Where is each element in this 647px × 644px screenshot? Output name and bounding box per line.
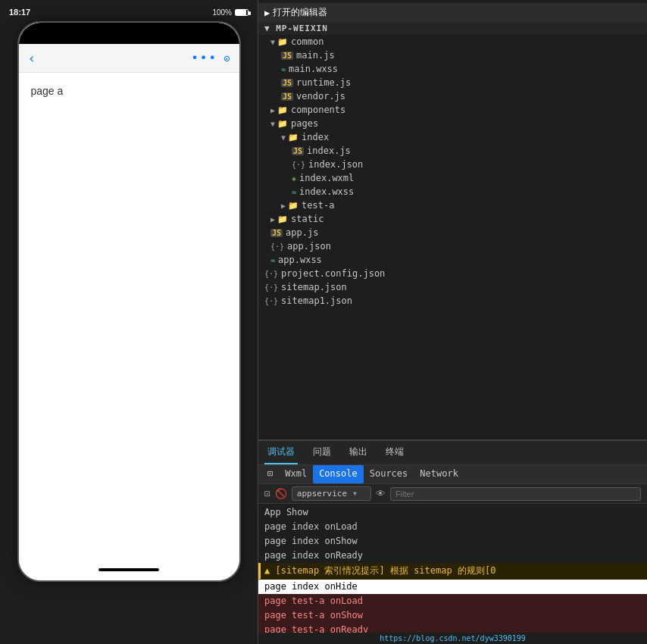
json-icon: {·} xyxy=(270,242,284,251)
console-line[interactable]: page index onShow xyxy=(258,534,647,549)
tree-item-mainjs[interactable]: JS main.js xyxy=(258,48,647,62)
tab-debugger[interactable]: 调试器 xyxy=(264,441,298,464)
tab-wxml[interactable]: Wxml xyxy=(279,465,313,483)
tab-console[interactable]: Console xyxy=(313,465,364,483)
tab-sources[interactable]: Sources xyxy=(364,465,414,483)
tree-item-sitemap[interactable]: {·} sitemap.json xyxy=(258,280,647,294)
chevron-icon: ▶ xyxy=(281,202,286,210)
file-tree: ▶ 打开的编辑器 ▼ MP-WEIXIN ▼ 📁 common JS main.… xyxy=(258,0,647,439)
tree-item-label: sitemap1.json xyxy=(281,295,352,306)
folder-icon: 📁 xyxy=(277,105,288,115)
tree-item-label: index.js xyxy=(307,145,351,156)
devtools-panel: 调试器 问题 输出 终端 ⊡ Wxml Console So xyxy=(258,439,647,644)
tree-item-vendorjs[interactable]: JS vendor.js xyxy=(258,89,647,103)
console-line[interactable]: page test-a onShow xyxy=(258,608,647,623)
tree-item-label: test-a xyxy=(302,200,334,211)
tab-terminal[interactable]: 终端 xyxy=(383,441,407,464)
console-line[interactable]: page test-a onReady xyxy=(258,623,647,633)
tree-item-pages[interactable]: ▼ 📁 pages xyxy=(258,117,647,130)
tree-item-label: pages xyxy=(291,118,318,129)
tab-problems[interactable]: 问题 xyxy=(310,441,334,464)
console-output: App Show page index onLoad page index on… xyxy=(258,504,647,633)
tree-item-label: vendor.js xyxy=(296,91,345,102)
console-line[interactable]: page index onLoad xyxy=(258,520,647,534)
tree-item-appjson[interactable]: {·} app.json xyxy=(258,239,647,253)
project-root-chevron: ▼ xyxy=(264,23,276,33)
tree-item-indexjson[interactable]: {·} index.json xyxy=(258,158,647,171)
tree-item-label: main.js xyxy=(296,50,335,61)
tree-item-appwxss[interactable]: ≈ app.wxss xyxy=(258,253,647,267)
tree-item-projectconfig[interactable]: {·} project.config.json xyxy=(258,267,647,280)
devtools-tabs-row1: 调试器 问题 输出 终端 xyxy=(258,441,647,465)
tree-item-label: sitemap.json xyxy=(281,282,347,292)
chevron-icon: ▶ xyxy=(270,106,275,114)
console-line-warning[interactable]: ▲ [sitemap 索引情况提示] 根据 sitemap 的规则[0 xyxy=(258,563,647,580)
json-icon: {·} xyxy=(264,270,278,278)
tab-network[interactable]: Network xyxy=(414,465,464,483)
battery-icon xyxy=(235,9,248,16)
clear-console-icon[interactable]: ⊡ xyxy=(264,488,270,499)
console-line[interactable]: page test-a onLoad xyxy=(258,594,647,608)
wxss-icon: ≈ xyxy=(292,188,296,196)
js-icon: JS xyxy=(292,147,304,155)
tab-output[interactable]: 输出 xyxy=(346,441,370,464)
phone-nav-circle[interactable]: ⊙ xyxy=(223,52,230,64)
open-editors-header[interactable]: ▶ 打开的编辑器 xyxy=(258,3,647,22)
tree-item-indexwxss[interactable]: ≈ index.wxss xyxy=(258,185,647,199)
tree-item-index-folder[interactable]: ▼ 📁 index xyxy=(258,130,647,144)
phone-back-button[interactable]: ‹ xyxy=(28,50,36,66)
tree-item-appjs[interactable]: JS app.js xyxy=(258,226,647,239)
battery-percent: 100% xyxy=(212,8,232,17)
tree-item-label: common xyxy=(291,36,324,47)
tree-item-common[interactable]: ▼ 📁 common xyxy=(258,35,647,48)
tree-item-label: runtime.js xyxy=(296,77,351,88)
project-root: ▼ MP-WEIXIN xyxy=(258,22,647,35)
phone-nav-bar: ‹ ••• ⊙ xyxy=(19,44,239,73)
pause-icon[interactable]: 🚫 xyxy=(275,488,287,499)
phone-frame: ‹ ••• ⊙ page a xyxy=(17,21,241,582)
tree-item-sitemap1[interactable]: {·} sitemap1.json xyxy=(258,294,647,308)
phone-simulator: 18:17 100% ‹ ••• ⊙ page a xyxy=(0,0,258,644)
js-icon: JS xyxy=(281,52,293,60)
chevron-icon: ▶ xyxy=(270,215,275,224)
json-icon: {·} xyxy=(292,161,305,169)
appservice-dropdown[interactable]: appservice xyxy=(292,486,371,501)
phone-page-text: page a xyxy=(31,85,64,97)
wxml-icon: ◈ xyxy=(292,174,296,183)
phone-nav-dots[interactable]: ••• xyxy=(191,51,217,65)
tree-item-testa[interactable]: ▶ 📁 test-a xyxy=(258,199,647,212)
filter-input[interactable] xyxy=(390,487,641,501)
json-icon: {·} xyxy=(264,297,278,305)
tree-item-runtimejs[interactable]: JS runtime.js xyxy=(258,76,647,89)
phone-notch-area xyxy=(19,23,239,44)
tree-item-indexwxml[interactable]: ◈ index.wxml xyxy=(258,171,647,185)
tree-item-static[interactable]: ▶ 📁 static xyxy=(258,212,647,226)
tree-item-components[interactable]: ▶ 📁 components xyxy=(258,103,647,117)
tab-icon-square[interactable]: ⊡ xyxy=(261,465,279,483)
tree-item-label: app.wxss xyxy=(278,255,322,265)
console-line-highlight[interactable]: page index onHide xyxy=(258,580,647,594)
js-icon: JS xyxy=(281,92,293,101)
phone-time: 18:17 xyxy=(9,8,30,17)
folder-icon: 📁 xyxy=(288,201,298,211)
eye-icon[interactable]: 👁 xyxy=(376,488,386,499)
console-line[interactable]: page index onReady xyxy=(258,549,647,563)
open-editors-label: 打开的编辑器 xyxy=(273,6,327,19)
tree-item-label: components xyxy=(291,105,345,115)
phone-content: page a xyxy=(19,73,239,559)
folder-icon: 📁 xyxy=(277,37,288,47)
console-line[interactable]: App Show xyxy=(258,505,647,520)
open-editors-chevron: ▶ xyxy=(264,8,270,18)
ide-panel: ▶ 打开的编辑器 ▼ MP-WEIXIN ▼ 📁 common JS main.… xyxy=(258,0,647,644)
tree-item-label: app.json xyxy=(287,241,331,252)
chevron-icon: ▼ xyxy=(270,38,275,46)
tree-item-label: main.wxss xyxy=(289,64,338,74)
project-root-label: MP-WEIXIN xyxy=(276,23,328,33)
tree-item-label: app.js xyxy=(286,227,318,238)
tree-item-indexjs[interactable]: JS index.js xyxy=(258,144,647,158)
tree-item-mainwxss[interactable]: ≈ main.wxss xyxy=(258,62,647,76)
chevron-icon: ▼ xyxy=(270,120,275,128)
devtools-toolbar: ⊡ 🚫 appservice 👁 xyxy=(258,484,647,504)
folder-icon: 📁 xyxy=(277,214,288,224)
watermark: https://blog.csdn.net/dyw3390199 xyxy=(258,633,647,644)
